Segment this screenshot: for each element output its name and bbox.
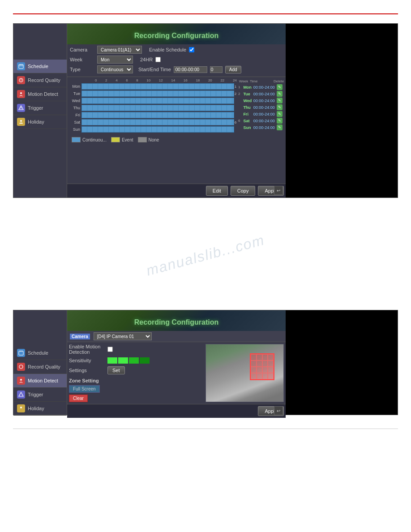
day-sat: Sat (69, 120, 81, 124)
del-sat[interactable]: ✎ (277, 118, 283, 124)
bar-tue[interactable] (81, 90, 234, 97)
panel1-inner: Recording Configuration Camera Camera 01… (67, 24, 286, 197)
full-screen-btn[interactable]: Full Screen (69, 385, 100, 393)
motion-settings-left: Enable Motion Detection Sensitivity (69, 344, 202, 402)
sens-2 (118, 357, 128, 364)
sr-row-sat: 6 Sat 00:00-24:00 ✎ (238, 118, 283, 124)
sidebar2-item-motion[interactable]: Motion Detect (13, 374, 67, 388)
del-mon[interactable]: ✎ (277, 84, 283, 90)
det-cell (268, 367, 274, 373)
det-cell (262, 373, 268, 379)
day-wed: Wed (69, 99, 81, 103)
det-cell (268, 354, 274, 360)
sidebar2-item-quality[interactable]: Record Quality (13, 360, 67, 374)
hour-10: 10 (146, 78, 150, 82)
hour-0: 0 (95, 78, 97, 82)
sens-4 (140, 357, 150, 364)
sidebar-item-trigger[interactable]: Trigger (13, 101, 67, 115)
bar-wed[interactable] (81, 98, 234, 104)
clear-btn[interactable]: Clear (69, 395, 88, 402)
panel1-title: Recording Configuration (67, 26, 286, 43)
legend-continuous: Continuou... (72, 137, 107, 142)
svg-point-11 (20, 120, 22, 122)
del-fri[interactable]: ✎ (277, 111, 283, 117)
det-cell (257, 354, 262, 360)
bar-sun[interactable] (81, 126, 234, 133)
sidebar-item-record-quality[interactable]: Record Quality (13, 73, 67, 87)
grid-area-left: 0 2 4 6 8 10 12 14 16 18 20 22 2 (69, 78, 237, 182)
type-row: Type Continuous Start/End Time Add (70, 65, 283, 73)
sidebar2-item-trigger[interactable]: Trigger (13, 388, 67, 402)
camera-select-2[interactable]: [D4] IP Camera 01 (94, 332, 152, 340)
startend-number[interactable] (210, 66, 223, 73)
sidebar2-item-holiday[interactable]: Holiday (13, 402, 67, 416)
det-cell (251, 360, 257, 367)
copy-button[interactable]: Copy (231, 186, 256, 196)
legend-none-label: None (149, 137, 159, 142)
del-tue[interactable]: ✎ (277, 91, 283, 97)
bar-fri[interactable] (81, 112, 234, 118)
sidebar-1: Schedule Record Quality Motion Detect Tr… (13, 24, 67, 197)
camera-row: Camera Camera 01(A1) Enable Schedule (70, 46, 283, 54)
svg-point-15 (19, 365, 23, 369)
hour-12: 12 (159, 78, 163, 82)
det-cell (251, 354, 257, 360)
sidebar2-label-quality: Record Quality (28, 364, 60, 369)
del-wed[interactable]: ✎ (277, 98, 283, 103)
quality-icon-2 (17, 363, 25, 371)
sidebar-item-holiday[interactable]: Holiday (13, 115, 67, 129)
week-time-panel: Week Time Delete 1 Mon 00:00-24:00 ✎ 2 T… (237, 78, 284, 182)
bar-sat[interactable] (81, 119, 234, 125)
sidebar-label-trigger: Trigger (28, 105, 43, 111)
detection-zone (250, 353, 274, 380)
back-button-2[interactable]: ↩ (274, 406, 283, 415)
sidebar2-label-holiday: Holiday (28, 406, 44, 411)
wt-hdr-time: Time (250, 79, 273, 83)
enable-motion-row: Enable Motion Detection (69, 344, 198, 355)
enable-schedule-checkbox[interactable] (189, 47, 194, 52)
legend-none: None (138, 137, 159, 142)
enable-motion-checkbox[interactable] (107, 347, 113, 352)
grid-row-sat: Sat 6 (69, 119, 237, 125)
det-cell (257, 373, 262, 379)
sidebar-item-motion-detect[interactable]: Motion Detect (13, 87, 67, 101)
settings-label: Settings (69, 368, 105, 373)
det-cell (262, 367, 268, 373)
add-button[interactable]: Add (225, 66, 241, 73)
week-row: Week Mon 24HR (70, 56, 283, 64)
bar-mon[interactable] (81, 83, 234, 90)
svg-marker-17 (19, 392, 23, 396)
camera-select[interactable]: Camera 01(A1) (97, 46, 142, 54)
det-cell (251, 373, 257, 379)
hour-6: 6 (126, 78, 128, 82)
legend-continuous-label: Continuou... (82, 137, 107, 142)
sr-row-tue: 2 Tue 00:00-24:00 ✎ (238, 91, 283, 97)
grid-row-sun: Sun (69, 126, 237, 133)
set-button[interactable]: Set (107, 366, 125, 374)
sidebar-item-schedule[interactable]: Schedule (13, 60, 67, 73)
sr-row-fri: Fri 00:00-24:00 ✎ (238, 111, 283, 117)
sidebar-label-quality: Record Quality (28, 77, 60, 83)
week-select[interactable]: Mon (97, 56, 133, 64)
motion-body: Enable Motion Detection Sensitivity (67, 342, 286, 404)
svg-rect-12 (19, 351, 23, 355)
del-sun[interactable]: ✎ (277, 124, 283, 130)
sens-1 (107, 357, 117, 364)
startend-input[interactable] (174, 66, 207, 73)
bottom-bar-2: Apply ↩ (67, 404, 286, 418)
bar-thu[interactable] (81, 105, 234, 111)
startend-label: Start/End Time (138, 67, 171, 72)
recording-panel-1: Schedule Record Quality Motion Detect Tr… (13, 23, 398, 198)
legend-box-event (111, 137, 120, 142)
grid-row-fri: Fri (69, 112, 237, 118)
camera-header-2: Camera [D4] IP Camera 01 (67, 331, 286, 342)
type-select[interactable]: Continuous (97, 65, 133, 73)
day-thu: Thu (69, 106, 81, 110)
del-thu[interactable]: ✎ (277, 104, 283, 110)
motion-icon (17, 90, 25, 98)
hour-22: 22 (220, 78, 224, 82)
sr-row-wed: Wed 00:00-24:00 ✎ (238, 98, 283, 103)
24hr-checkbox[interactable] (155, 57, 161, 62)
right-panel-2 (286, 310, 398, 415)
edit-button[interactable]: Edit (206, 186, 228, 196)
